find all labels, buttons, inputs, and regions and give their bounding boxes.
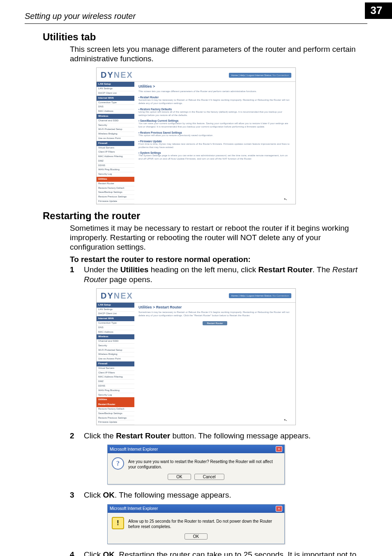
nav-firmware-update[interactable]: Firmware Update <box>97 420 134 425</box>
nav-client-ip-filters[interactable]: Client IP Filters <box>97 150 134 155</box>
nav-access-point[interactable]: Use as Access Point <box>97 357 134 361</box>
nav-virtual-servers[interactable]: Virtual Servers <box>97 366 134 371</box>
sect-firmware-update: • Firmware Update <box>138 140 291 143</box>
nav-security[interactable]: Security <box>97 123 134 128</box>
panel-intro: This screen lets you manage different pa… <box>138 90 291 93</box>
close-icon[interactable]: × <box>276 446 282 452</box>
ok-button[interactable]: OK <box>168 474 191 480</box>
nav-security-log[interactable]: Security Log <box>97 172 134 177</box>
nav-virtual-servers[interactable]: Virtual Servers <box>97 146 134 151</box>
utilities-intro: This screen lets you manage different pa… <box>70 44 363 63</box>
dynex-logo: DYNEX <box>101 70 133 80</box>
nav-dns[interactable]: DNS <box>97 326 134 330</box>
nav-save-backup[interactable]: Save/Backup Settings <box>97 190 134 195</box>
nav-firewall[interactable]: Firewall <box>97 141 134 146</box>
nav-mac-address[interactable]: MAC Address <box>97 330 134 335</box>
nav-wireless-bridging[interactable]: Wireless Bridging <box>97 352 134 357</box>
nav-utilities[interactable]: Utilities <box>97 177 134 182</box>
panel-title: Utilities > Restart Router <box>138 305 291 309</box>
nav-internet-wan[interactable]: Internet WAN <box>97 96 134 101</box>
nav-dhcp-client-list[interactable]: DHCP Client List <box>97 91 134 96</box>
panel-text: Sometimes it may be necessary to Restart… <box>138 311 291 317</box>
page-number: 37 <box>365 2 392 19</box>
internet-status: Home | Help | Logout Internet Status: No… <box>229 293 291 298</box>
nav-channel-ssid[interactable]: Channel and SSID <box>97 339 134 344</box>
step-4: 4 Click OK. Restarting the router can ta… <box>70 550 363 556</box>
nav-restore-previous[interactable]: Restore Previous Settings <box>97 416 134 421</box>
dynex-logo: DYNEX <box>101 291 133 301</box>
nav-client-ip-filters[interactable]: Client IP Filters <box>97 371 134 375</box>
restart-router-button[interactable]: Restart Router <box>203 321 227 325</box>
page-header: Setting up your wireless router 37 <box>25 12 367 24</box>
dialog-title: Microsoft Internet Explorer <box>110 506 158 511</box>
nav-lan-setup[interactable]: LAN Setup <box>97 82 134 87</box>
warning-icon: ! <box>112 517 124 529</box>
restart-subhead: To restart the router to restore normal … <box>70 255 367 264</box>
nav-wireless[interactable]: Wireless <box>97 114 134 119</box>
panel-title: Utilities > <box>138 84 291 88</box>
nav-wan-ping-blocking[interactable]: WAN Ping Blocking <box>97 389 134 393</box>
restarting-heading: Restarting the router <box>43 210 367 222</box>
nav-lan-settings[interactable]: LAN Settings <box>97 87 134 91</box>
nav-restart-router[interactable]: Restart Router <box>97 182 134 186</box>
nav-wireless-bridging[interactable]: Wireless Bridging <box>97 132 134 137</box>
nav-connection-type[interactable]: Connection Type <box>97 321 134 326</box>
nav-dmz[interactable]: DMZ <box>97 159 134 164</box>
figure-wait-dialog: Microsoft Internet Explorer × ! Allow up… <box>25 504 367 544</box>
figure-confirm-dialog: Microsoft Internet Explorer × ? Are you … <box>25 445 367 484</box>
main-panel: Utilities > This screen lets you manage … <box>134 82 295 204</box>
sect-restart-router: • Restart Router <box>138 96 291 99</box>
nav-access-point[interactable]: Use as Access Point <box>97 137 134 141</box>
nav-dmz[interactable]: DMZ <box>97 380 134 384</box>
nav-ddns[interactable]: DDNS <box>97 164 134 168</box>
nav-save-backup[interactable]: Save/Backup Settings <box>97 412 134 416</box>
nav-lan-setup[interactable]: LAN Setup <box>97 303 134 308</box>
nav-dns[interactable]: DNS <box>97 105 134 109</box>
cancel-button[interactable]: Cancel <box>194 474 224 480</box>
nav-wps[interactable]: Wi-Fi Protected Setup <box>97 127 134 132</box>
nav-dhcp-client-list[interactable]: DHCP Client List <box>97 312 134 316</box>
dialog-titlebar: Microsoft Internet Explorer × <box>108 505 284 513</box>
nav-channel-ssid[interactable]: Channel and SSID <box>97 119 134 123</box>
nav-mac-address[interactable]: MAC Address <box>97 109 134 114</box>
question-icon: ? <box>112 457 124 470</box>
nav-restore-previous[interactable]: Restore Previous Settings <box>97 195 134 199</box>
running-head: Setting up your wireless router <box>25 12 136 21</box>
restarting-intro: Sometimes it may be necessary to restart… <box>70 223 363 252</box>
nav-mac-filtering[interactable]: MAC Address Filtering <box>97 375 134 380</box>
main-panel: Utilities > Restart Router Sometimes it … <box>134 303 295 425</box>
nav-lan-settings[interactable]: LAN Settings <box>97 308 134 312</box>
nav-connection-type[interactable]: Connection Type <box>97 101 134 105</box>
left-nav: LAN Setup LAN Settings DHCP Client List … <box>97 303 134 425</box>
left-nav: LAN Setup LAN Settings DHCP Client List … <box>97 82 134 204</box>
nav-security-log[interactable]: Security Log <box>97 393 134 398</box>
dialog-message: Are you sure you want to restart the Rou… <box>128 457 280 470</box>
nav-utilities[interactable]: Utilities <box>97 397 134 402</box>
nav-restore-factory[interactable]: Restore Factory Default <box>97 407 134 412</box>
step-2: 2 Click the Restart Router button. The f… <box>70 431 363 440</box>
nav-wan-ping-blocking[interactable]: WAN Ping Blocking <box>97 168 134 172</box>
step-1: 1 Under the Utilities heading on the lef… <box>70 265 363 284</box>
nav-restart-router[interactable]: Restart Router <box>97 402 134 407</box>
dialog-titlebar: Microsoft Internet Explorer × <box>108 445 284 453</box>
nav-security[interactable]: Security <box>97 344 134 348</box>
nav-internet-wan[interactable]: Internet WAN <box>97 316 134 321</box>
sect-restore-factory: • Restore Factory Defaults <box>138 108 291 111</box>
nav-restore-factory[interactable]: Restore Factory Default <box>97 186 134 191</box>
sect-system-settings: • System Settings <box>138 151 291 154</box>
nav-wireless[interactable]: Wireless <box>97 334 134 339</box>
dialog-title: Microsoft Internet Explorer <box>110 447 158 452</box>
close-icon[interactable]: × <box>276 506 282 512</box>
nav-wps[interactable]: Wi-Fi Protected Setup <box>97 348 134 353</box>
nav-firmware-update[interactable]: Firmware Update <box>97 199 134 204</box>
sect-save-backup: • Save/Backup Current Settings <box>138 119 291 122</box>
figure-utilities-screenshot: DYNEX Home | Help | Logout Internet Stat… <box>25 67 367 204</box>
sect-restore-previous: • Restore Previous Saved Settings <box>138 131 291 134</box>
step-3: 3 Click OK. The following message appear… <box>70 490 363 500</box>
figure-restart-screenshot: DYNEX Home | Help | Logout Internet Stat… <box>25 288 367 426</box>
nav-firewall[interactable]: Firewall <box>97 361 134 366</box>
nav-ddns[interactable]: DDNS <box>97 384 134 389</box>
ok-button[interactable]: OK <box>184 533 208 540</box>
internet-status: Home | Help | Logout Internet Status: No… <box>229 73 291 78</box>
nav-mac-filtering[interactable]: MAC Address Filtering <box>97 155 134 159</box>
